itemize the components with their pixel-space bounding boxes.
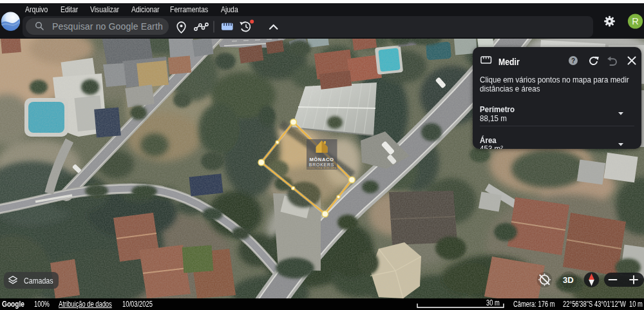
svg-text:CONSULTORIA IMOBILIARIA: CONSULTORIA IMOBILIARIA xyxy=(307,167,336,170)
svg-text:BROKERS: BROKERS xyxy=(309,162,335,167)
svg-text:R: R xyxy=(632,16,638,26)
svg-text:?: ? xyxy=(571,57,575,64)
svg-text:MÔNACO: MÔNACO xyxy=(309,157,334,162)
